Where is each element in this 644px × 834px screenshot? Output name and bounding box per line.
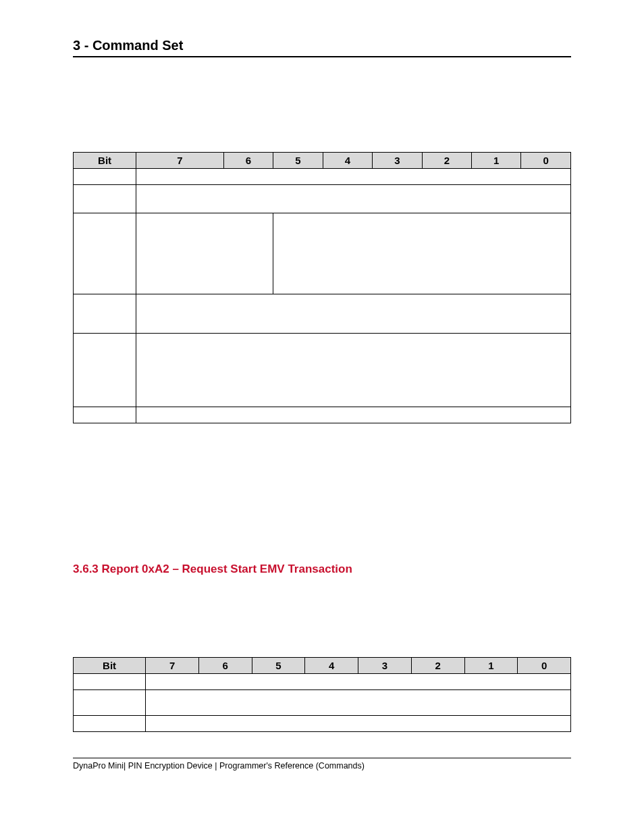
col-6: 6	[223, 153, 273, 169]
col-1: 1	[464, 658, 518, 674]
col-bit: Bit	[74, 658, 146, 674]
page-header: 3 - Command Set	[73, 38, 571, 53]
cell-body: 0xA1	[136, 169, 571, 185]
cell-left: 0	[74, 169, 136, 185]
cell-line: – –	[154, 370, 289, 382]
col-2: 2	[422, 153, 471, 169]
col-bit: Bit	[74, 153, 136, 169]
cell-left: Byte 2	[74, 716, 146, 732]
table-row: Bit 7 6 5 4 3 2 1 0	[74, 658, 571, 674]
cell-body: EMV L2 configuration checksum status: – …	[136, 334, 571, 407]
cell-line: 1 = Not available because device is doin…	[277, 238, 541, 250]
cell-body: –	[146, 716, 571, 732]
table-row: Byte 3 Remaining number of EMV L2 config…	[74, 294, 571, 334]
paragraph: – –	[73, 436, 571, 545]
cell-body: Reserved	[136, 185, 571, 213]
cell-left: Byte 5	[74, 407, 136, 423]
cell-line: –	[154, 347, 286, 359]
cell-left: Byte 3	[74, 294, 136, 334]
col-4: 4	[305, 658, 358, 674]
col-6: 6	[198, 658, 252, 674]
cell-body-a: 0 = No EMV key	[136, 213, 273, 294]
table-row: Byte 4 EMV L2 configuration checksum sta…	[74, 334, 571, 407]
cell-left: Byte 4	[74, 334, 136, 407]
col-3: 3	[373, 153, 422, 169]
table-row: 0 0xA2	[74, 674, 571, 690]
table-row: Byte 1 Reserved	[74, 185, 571, 213]
table-row: Byte 5 Reserved	[74, 407, 571, 423]
table-row: Byte 2 –	[74, 716, 571, 732]
col-3: 3	[358, 658, 412, 674]
col-0: 0	[518, 658, 571, 674]
cell-line: – –	[154, 359, 277, 370]
col-0: 0	[521, 153, 571, 169]
cell-body: Reserved	[136, 407, 571, 423]
cell-left: Byte 1	[74, 185, 136, 213]
cell-left: Byte 1	[74, 690, 146, 716]
cell-body: 0xA2	[146, 674, 571, 690]
cell-line: –	[154, 393, 230, 405]
table-row: Byte 2 0 = No EMV key MSR / PIN / AMT fu…	[74, 213, 571, 294]
cell-left: 0	[74, 674, 146, 690]
col-2: 2	[411, 658, 464, 674]
col-1: 1	[472, 153, 521, 169]
col-7: 7	[136, 153, 223, 169]
table-row: Byte 1 –	[74, 690, 571, 716]
footer-text: DynaPro Mini| PIN Encryption Device | Pr…	[73, 761, 571, 771]
table-row: Bit 7 6 5 4 3 2 1 0	[74, 153, 571, 169]
cell-body-b: MSR / PIN / AMT functionality: 0 = Avail…	[273, 213, 571, 294]
col-5: 5	[252, 658, 305, 674]
col-5: 5	[273, 153, 323, 169]
cell-line: – –	[154, 382, 289, 393]
cell-left: Byte 2	[74, 213, 136, 294]
col-4: 4	[323, 153, 372, 169]
table-row: 0 0xA1	[74, 169, 571, 185]
cell-body: Remaining number of EMV L2 configuration…	[136, 294, 571, 334]
table-status-report: Bit 7 6 5 4 3 2 1 0 0 0xA1 Byte 1 Reserv…	[73, 152, 571, 423]
col-7: 7	[146, 658, 199, 674]
cell-line: 0 = Available	[277, 227, 335, 238]
footer-rule	[73, 758, 571, 758]
cell-line: EMV L2 configuration checksum status:	[140, 336, 318, 347]
table-request-start: Bit 7 6 5 4 3 2 1 0 0 0xA2 Byte 1 –	[73, 657, 571, 732]
cell-line: MSR / PIN / AMT functionality:	[277, 215, 413, 227]
section-heading: 3.6.3 Report 0xA2 – Request Start EMV Tr…	[73, 563, 571, 576]
cell-body: –	[146, 690, 571, 716]
